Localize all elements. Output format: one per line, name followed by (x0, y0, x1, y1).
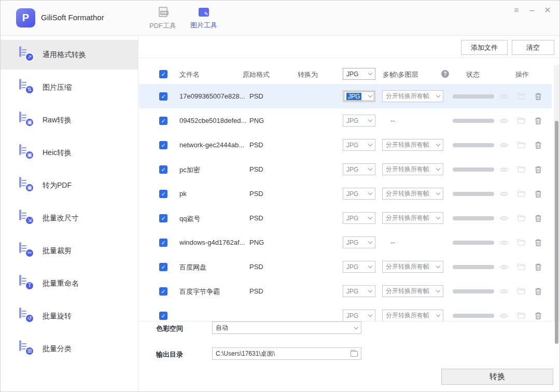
preview-eye-icon[interactable] (499, 214, 509, 223)
table-row[interactable]: ✓ JPG 分开转换所有帧 (139, 303, 552, 321)
browse-folder-icon[interactable] (351, 351, 358, 357)
open-folder-icon[interactable] (516, 92, 526, 101)
target-format-dropdown[interactable]: JPG (343, 285, 375, 297)
sidebar-item-3[interactable]: ▣ Heic转换 (1, 138, 138, 167)
frames-mode-dropdown[interactable]: 分开转换所有帧 (382, 261, 443, 273)
delete-trash-icon[interactable] (534, 262, 543, 272)
open-folder-icon[interactable] (516, 311, 526, 320)
delete-trash-icon[interactable] (534, 92, 543, 101)
delete-trash-icon[interactable] (534, 189, 543, 199)
open-folder-icon[interactable] (516, 141, 526, 150)
preview-eye-icon[interactable] (499, 262, 509, 272)
target-format-dropdown[interactable]: JPG (343, 163, 375, 175)
delete-trash-icon[interactable] (534, 165, 543, 174)
frames-mode-dropdown[interactable]: 分开转换所有帧 (382, 163, 443, 175)
table-row[interactable]: ✓ 百度字节争霸 PSD JPG 分开转换所有帧 (139, 279, 552, 303)
delete-trash-icon[interactable] (534, 141, 543, 150)
delete-trash-icon[interactable] (534, 238, 543, 247)
preview-eye-icon[interactable] (499, 165, 509, 174)
preview-eye-icon[interactable] (499, 189, 509, 199)
preview-eye-icon[interactable] (499, 238, 509, 247)
frames-mode-dropdown[interactable]: 分开转换所有帧 (382, 285, 443, 297)
target-format-all-dropdown[interactable]: JPG (343, 68, 375, 80)
sidebar-item-8[interactable]: ↺ 批量旋转 (1, 301, 138, 331)
delete-trash-icon[interactable] (534, 287, 543, 296)
table-row[interactable]: ✓ qq盗号 PSD JPG 分开转换所有帧 (139, 206, 552, 230)
delete-trash-icon[interactable] (534, 311, 543, 320)
row-checkbox[interactable]: ✓ (159, 141, 167, 149)
preview-eye-icon[interactable] (499, 141, 509, 150)
tab-pdf-tools[interactable]: PDF工具 (146, 7, 179, 31)
target-format-dropdown[interactable]: JPG (343, 261, 375, 273)
row-checkbox[interactable]: ✓ (159, 117, 167, 125)
clear-button[interactable]: 清空 (512, 40, 554, 55)
open-folder-icon[interactable] (516, 238, 526, 247)
table-row[interactable]: ✓ 17e099365007e828... PSD JPG 分开转换所有帧 (139, 84, 552, 108)
frames-mode-dropdown[interactable]: 分开转换所有帧 (382, 90, 443, 102)
frames-mode-dropdown[interactable]: 分开转换所有帧 (382, 310, 443, 321)
row-checkbox[interactable]: ✓ (159, 190, 167, 198)
minimize-icon[interactable]: – (527, 6, 537, 15)
row-checkbox[interactable]: ✓ (159, 214, 167, 222)
delete-trash-icon[interactable] (534, 116, 543, 125)
sidebar-item-2[interactable]: ▣ Raw转换 (1, 105, 138, 135)
sidebar-item-1[interactable]: ⇅ 图片压缩 (1, 73, 138, 102)
target-format-dropdown[interactable]: JPG (343, 115, 375, 127)
table-row[interactable]: ✓ pk PSD JPG 分开转换所有帧 (139, 181, 552, 206)
output-dir-input[interactable]: C:\Users\17631\桌面\ (212, 347, 361, 360)
menu-icon[interactable]: ≡ (512, 6, 521, 15)
add-files-button[interactable]: 添加文件 (461, 40, 508, 55)
delete-trash-icon[interactable] (534, 214, 543, 223)
row-checkbox[interactable]: ✓ (159, 287, 167, 296)
open-folder-icon[interactable] (516, 287, 526, 296)
select-all-checkbox[interactable]: ✓ (159, 70, 167, 78)
chevron-down-icon (436, 142, 440, 146)
chevron-down-icon (436, 288, 440, 292)
tab-image-tools[interactable]: 图片工具 (187, 7, 220, 30)
frames-mode-dropdown[interactable]: 分开转换所有帧 (382, 139, 443, 151)
target-format-dropdown[interactable]: JPG (343, 188, 375, 200)
sidebar-item-0[interactable]: ↗ 通用格式转换 (1, 40, 138, 69)
preview-eye-icon[interactable] (499, 116, 509, 125)
convert-button[interactable]: 转换 (441, 369, 553, 385)
frames-mode-dropdown[interactable]: 分开转换所有帧 (382, 188, 443, 200)
sidebar-item-7[interactable]: T 批量重命名 (1, 269, 138, 298)
file-name: pc加密 (179, 165, 247, 175)
open-folder-icon[interactable] (516, 262, 526, 272)
target-format-dropdown[interactable]: JPG (343, 236, 375, 248)
preview-eye-icon[interactable] (499, 92, 509, 101)
sidebar-item-5[interactable]: ⇲ 批量改尺寸 (1, 203, 138, 233)
scrollbar-thumb[interactable] (555, 121, 558, 344)
target-format-dropdown[interactable]: JPG (343, 212, 375, 224)
table-row[interactable]: ✓ 09452cbe5018defed... PNG JPG -- (139, 108, 552, 133)
target-format-dropdown[interactable]: JPG (343, 310, 375, 321)
sidebar-item-label: 批量改尺寸 (43, 214, 79, 223)
row-checkbox[interactable]: ✓ (159, 92, 167, 101)
target-format-dropdown[interactable]: JPG (343, 90, 375, 102)
target-format-dropdown[interactable]: JPG (343, 139, 375, 151)
table-row[interactable]: ✓ 百度网盘 PSD JPG 分开转换所有帧 (139, 255, 552, 279)
preview-eye-icon[interactable] (499, 287, 509, 296)
toolbar-divider (139, 58, 559, 58)
row-checkbox[interactable]: ✓ (159, 165, 167, 174)
sidebar-item-9[interactable]: ⊞ 批量分类 (1, 334, 138, 363)
row-checkbox[interactable]: ✓ (159, 312, 167, 320)
open-folder-icon[interactable] (516, 189, 526, 199)
frames-mode-dropdown[interactable]: 分开转换所有帧 (382, 212, 443, 224)
file-name: windows-g4d1762af... (179, 239, 247, 246)
file-name: 17e099365007e828... (179, 92, 247, 100)
open-folder-icon[interactable] (516, 116, 526, 125)
close-icon[interactable]: ✕ (543, 6, 552, 15)
row-checkbox[interactable]: ✓ (159, 263, 167, 271)
table-row[interactable]: ✓ windows-g4d1762af... PNG JPG -- (139, 230, 552, 255)
help-icon[interactable]: ? (441, 70, 449, 78)
preview-eye-icon[interactable] (499, 311, 509, 320)
table-row[interactable]: ✓ network-gec2444ab... PSD JPG 分开转换所有帧 (139, 133, 552, 157)
open-folder-icon[interactable] (516, 214, 526, 223)
sidebar-item-6[interactable]: ✂ 批量裁剪 (1, 236, 138, 265)
table-row[interactable]: ✓ pc加密 PSD JPG 分开转换所有帧 (139, 157, 552, 181)
row-checkbox[interactable]: ✓ (159, 239, 167, 247)
sidebar-item-4[interactable]: ▣ 转为PDF (1, 171, 138, 200)
open-folder-icon[interactable] (516, 165, 526, 174)
color-space-dropdown[interactable]: 自动 (212, 321, 361, 334)
